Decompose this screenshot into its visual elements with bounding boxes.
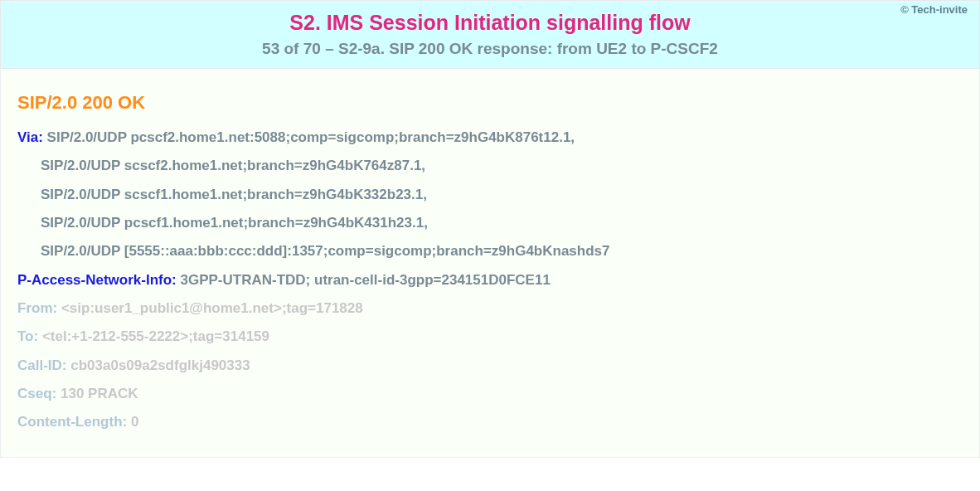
- header-value: 130 PRACK: [61, 386, 138, 401]
- page-title: S2. IMS Session Initiation signalling fl…: [1, 11, 979, 35]
- sip-message-body: SIP/2.0 200 OK Via: SIP/2.0/UDP pcscf2.h…: [0, 69, 980, 458]
- header-value: cb03a0s09a2sdfglkj490333: [70, 357, 250, 373]
- sip-header-content-length: Content-Length: 0: [17, 411, 963, 433]
- header-name: Call-ID:: [17, 357, 70, 373]
- header-name: From:: [17, 300, 61, 316]
- via-header-continuation: SIP/2.0/UDP [5555::aaa:bbb:ccc:ddd]:1357…: [17, 241, 963, 262]
- pani-header-value: 3GPP-UTRAN-TDD; utran-cell-id-3gpp=23415…: [181, 272, 551, 288]
- header-banner: © Tech-invite S2. IMS Session Initiation…: [0, 0, 980, 69]
- header-value: <sip:user1_public1@home1.net>;tag=171828: [61, 300, 363, 316]
- header-name: Cseq:: [17, 386, 61, 401]
- sip-status-line: SIP/2.0 200 OK: [17, 92, 963, 114]
- sip-header-to: To: <tel:+1-212-555-2222>;tag=314159: [17, 326, 963, 348]
- sip-header-cseq: Cseq: 130 PRACK: [17, 383, 963, 405]
- sip-header-call-id: Call-ID: cb03a0s09a2sdfglkj490333: [17, 355, 963, 377]
- via-header-continuation: SIP/2.0/UDP scscf1.home1.net;branch=z9hG…: [17, 184, 963, 206]
- via-header-continuation: SIP/2.0/UDP scscf2.home1.net;branch=z9hG…: [17, 155, 963, 177]
- sip-header-via: Via: SIP/2.0/UDP pcscf2.home1.net:5088;c…: [17, 127, 963, 148]
- via-continuation-lines: SIP/2.0/UDP scscf2.home1.net;branch=z9hG…: [17, 155, 963, 262]
- unchanged-headers-block: From: <sip:user1_public1@home1.net>;tag=…: [17, 298, 963, 434]
- colon: :: [172, 272, 180, 288]
- via-header-continuation: SIP/2.0/UDP pcscf1.home1.net;branch=z9hG…: [17, 212, 963, 234]
- sip-header-from: From: <sip:user1_public1@home1.net>;tag=…: [17, 298, 963, 319]
- header-value: <tel:+1-212-555-2222>;tag=314159: [42, 328, 269, 344]
- sip-header-p-access-network-info: P-Access-Network-Info: 3GPP-UTRAN-TDD; u…: [17, 270, 963, 291]
- pani-header-name: P-Access-Network-Info: [17, 272, 172, 288]
- header-name: Content-Length:: [17, 414, 131, 430]
- colon: :: [38, 129, 46, 145]
- via-header-name: Via: [17, 129, 38, 145]
- page-subtitle: 53 of 70 – S2-9a. SIP 200 OK response: f…: [1, 40, 979, 58]
- header-name: To:: [17, 328, 42, 344]
- header-value: 0: [131, 414, 138, 430]
- via-header-value-1: SIP/2.0/UDP pcscf2.home1.net:5088;comp=s…: [47, 129, 575, 145]
- copyright-text: © Tech-invite: [900, 3, 968, 16]
